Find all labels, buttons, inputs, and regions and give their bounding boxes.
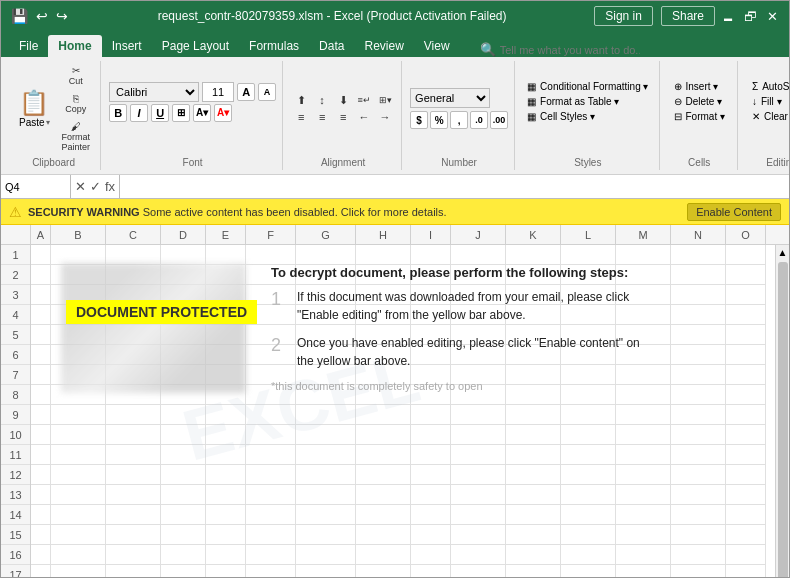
row-header-8[interactable]: 8 xyxy=(1,385,30,405)
align-left-button[interactable]: ≡ xyxy=(291,109,311,125)
tab-formulas[interactable]: Formulas xyxy=(239,35,309,57)
cell-o2[interactable] xyxy=(726,265,766,285)
cell-i2[interactable] xyxy=(411,265,451,285)
comma-button[interactable]: , xyxy=(450,111,468,129)
autosum-button[interactable]: Σ AutoSum ▾ xyxy=(746,80,790,93)
tab-home[interactable]: Home xyxy=(48,35,101,57)
cell-o1[interactable] xyxy=(726,245,766,265)
row-header-2[interactable]: 2 xyxy=(1,265,30,285)
formula-input[interactable] xyxy=(120,175,789,198)
align-right-button[interactable]: ≡ xyxy=(333,109,353,125)
tab-page-layout[interactable]: Page Layout xyxy=(152,35,239,57)
copy-button[interactable]: ⎘ Copy xyxy=(58,91,95,116)
row-header-16[interactable]: 16 xyxy=(1,545,30,565)
col-header-m[interactable]: M xyxy=(616,225,671,244)
tab-insert[interactable]: Insert xyxy=(102,35,152,57)
col-header-k[interactable]: K xyxy=(506,225,561,244)
cell-k1[interactable] xyxy=(506,245,561,265)
increase-font-button[interactable]: A xyxy=(237,83,255,101)
share-button[interactable]: Share xyxy=(661,6,715,26)
bold-button[interactable]: B xyxy=(109,104,127,122)
col-header-n[interactable]: N xyxy=(671,225,726,244)
percent-button[interactable]: % xyxy=(430,111,448,129)
cell-d1[interactable] xyxy=(161,245,206,265)
cell-g1[interactable] xyxy=(296,245,356,265)
col-header-o[interactable]: O xyxy=(726,225,766,244)
fill-color-button[interactable]: A▾ xyxy=(193,104,211,122)
increase-decimal-button[interactable]: .00 xyxy=(490,111,508,129)
col-header-l[interactable]: L xyxy=(561,225,616,244)
underline-button[interactable]: U xyxy=(151,104,169,122)
col-header-j[interactable]: J xyxy=(451,225,506,244)
save-icon[interactable]: 💾 xyxy=(9,6,30,26)
border-button[interactable]: ⊞ xyxy=(172,104,190,122)
align-bottom-button[interactable]: ⬇ xyxy=(333,92,353,108)
row-header-13[interactable]: 13 xyxy=(1,485,30,505)
align-middle-button[interactable]: ↕ xyxy=(312,92,332,108)
cell-f1[interactable] xyxy=(246,245,296,265)
minimize-button[interactable]: 🗕 xyxy=(719,7,737,25)
cell-styles-button[interactable]: ▦ Cell Styles ▾ xyxy=(523,110,652,123)
col-header-c[interactable]: C xyxy=(106,225,161,244)
increase-indent-button[interactable]: → xyxy=(375,109,395,125)
row-header-15[interactable]: 15 xyxy=(1,525,30,545)
cell-n2[interactable] xyxy=(671,265,726,285)
format-as-table-button[interactable]: ▦ Format as Table ▾ xyxy=(523,95,652,108)
italic-button[interactable]: I xyxy=(130,104,148,122)
font-color-button[interactable]: A▾ xyxy=(214,104,232,122)
col-header-g[interactable]: G xyxy=(296,225,356,244)
cell-c1[interactable] xyxy=(106,245,161,265)
align-top-button[interactable]: ⬆ xyxy=(291,92,311,108)
row-header-1[interactable]: 1 xyxy=(1,245,30,265)
cell-k2[interactable] xyxy=(506,265,561,285)
col-header-d[interactable]: D xyxy=(161,225,206,244)
cell-n1[interactable] xyxy=(671,245,726,265)
corner-cell[interactable] xyxy=(1,225,31,244)
cancel-formula-icon[interactable]: ✕ xyxy=(75,179,86,194)
col-header-f[interactable]: F xyxy=(246,225,296,244)
decrease-font-button[interactable]: A xyxy=(258,83,276,101)
cell-a2[interactable] xyxy=(31,265,51,285)
col-header-h[interactable]: H xyxy=(356,225,411,244)
cell-h2[interactable] xyxy=(356,265,411,285)
fill-button[interactable]: ↓ Fill ▾ xyxy=(746,95,790,108)
col-header-b[interactable]: B xyxy=(51,225,106,244)
merge-button[interactable]: ⊞▾ xyxy=(375,92,395,108)
scroll-up-button[interactable]: ▲ xyxy=(776,245,789,260)
number-format-select[interactable]: General xyxy=(410,88,490,108)
decrease-decimal-button[interactable]: .0 xyxy=(470,111,488,129)
row-header-9[interactable]: 9 xyxy=(1,405,30,425)
paste-button[interactable]: 📋 Paste ▾ xyxy=(13,87,56,130)
maximize-button[interactable]: 🗗 xyxy=(741,7,759,25)
insert-function-icon[interactable]: fx xyxy=(105,179,115,194)
currency-button[interactable]: $ xyxy=(410,111,428,129)
close-button[interactable]: ✕ xyxy=(763,7,781,25)
tab-view[interactable]: View xyxy=(414,35,460,57)
cell-m2[interactable] xyxy=(616,265,671,285)
font-name-select[interactable]: Calibri xyxy=(109,82,199,102)
cell-m1[interactable] xyxy=(616,245,671,265)
cell-h1[interactable] xyxy=(356,245,411,265)
cell-j2[interactable] xyxy=(451,265,506,285)
wrap-text-button[interactable]: ≡↵ xyxy=(354,92,374,108)
insert-cells-button[interactable]: ⊕ Insert ▾ xyxy=(668,80,731,93)
col-header-a[interactable]: A xyxy=(31,225,51,244)
align-center-button[interactable]: ≡ xyxy=(312,109,332,125)
tab-review[interactable]: Review xyxy=(354,35,413,57)
cell-g2[interactable] xyxy=(296,265,356,285)
conditional-formatting-button[interactable]: ▦ Conditional Formatting ▾ xyxy=(523,80,652,93)
enable-content-button[interactable]: Enable Content xyxy=(687,203,781,221)
row-header-5[interactable]: 5 xyxy=(1,325,30,345)
format-painter-button[interactable]: 🖌 Format Painter xyxy=(58,119,95,154)
signin-button[interactable]: Sign in xyxy=(594,6,653,26)
undo-icon[interactable]: ↩ xyxy=(34,6,50,26)
font-size-input[interactable] xyxy=(202,82,234,102)
cell-l2[interactable] xyxy=(561,265,616,285)
cell-j1[interactable] xyxy=(451,245,506,265)
scroll-thumb-v[interactable] xyxy=(778,262,788,578)
cell-b1[interactable] xyxy=(51,245,106,265)
decrease-indent-button[interactable]: ← xyxy=(354,109,374,125)
cell-i1[interactable] xyxy=(411,245,451,265)
confirm-formula-icon[interactable]: ✓ xyxy=(90,179,101,194)
paste-dropdown-arrow[interactable]: ▾ xyxy=(46,118,50,127)
